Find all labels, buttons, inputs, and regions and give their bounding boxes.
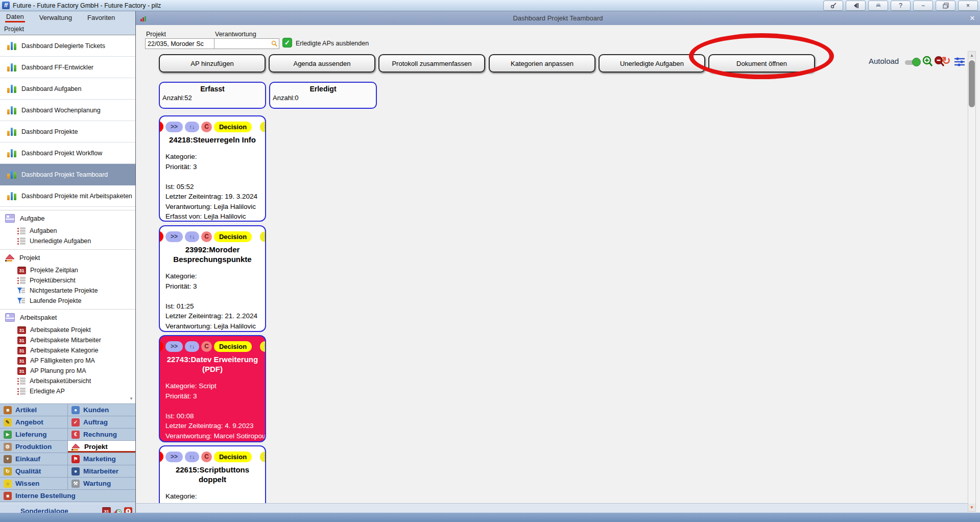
delete-pill[interactable]: x bbox=[159, 341, 163, 352]
equals-pill[interactable]: = bbox=[260, 122, 266, 132]
menu-daten[interactable]: Daten bbox=[5, 12, 25, 22]
sidebar-item-unerledigte-aufgaben[interactable]: Unerledigte Aufgaben bbox=[0, 236, 135, 246]
module-kunden[interactable]: ●Kunden bbox=[68, 404, 135, 416]
sidebar-item-arbeitspakete-projekt[interactable]: 31Arbeitspakete Projekt bbox=[0, 325, 135, 335]
module-wissen[interactable]: ☼Wissen bbox=[0, 478, 67, 489]
sidebar-item-ap-planung[interactable]: 31AP Planung pro MA bbox=[0, 366, 135, 376]
sidebar-item-dashboard-projekt-workflow[interactable]: Dashboard Projekt Workflow bbox=[0, 143, 135, 164]
c-pill[interactable]: C bbox=[201, 341, 212, 352]
module-auftrag[interactable]: ✓Auftrag bbox=[68, 416, 135, 428]
delete-pill[interactable]: x bbox=[159, 451, 163, 462]
sort-pill[interactable]: ↑↓ bbox=[185, 122, 199, 132]
back-icon[interactable] bbox=[846, 1, 866, 11]
close-icon[interactable]: × bbox=[958, 1, 978, 11]
module-wartung[interactable]: ⚒Wartung bbox=[68, 478, 135, 489]
search-icon[interactable] bbox=[271, 40, 278, 47]
sidebar-group-aufgabe[interactable]: Aufgabe bbox=[0, 210, 135, 226]
module-interne-bestellung[interactable]: ■Interne Bestellung bbox=[0, 490, 135, 502]
decision-pill[interactable]: Decision bbox=[214, 341, 252, 352]
equals-pill[interactable]: = bbox=[260, 231, 266, 242]
sidebar-item-projektuebersicht[interactable]: Projektübersicht bbox=[0, 275, 135, 286]
scrollbar-thumb[interactable] bbox=[969, 60, 975, 107]
sidebar-item-nichtgestartete-projekte[interactable]: Nichtgestartete Projekte bbox=[0, 286, 135, 296]
sidebar-item-arbeitspakete-kategorie[interactable]: 31Arbeitspakete Kategorie bbox=[0, 345, 135, 355]
projekt-input[interactable] bbox=[146, 40, 214, 48]
module-lieferung[interactable]: ▶Lieferung bbox=[0, 429, 67, 440]
decision-pill[interactable]: Decision bbox=[214, 452, 252, 462]
sidebar-item-ap-faelligkeiten[interactable]: 31AP Fälligkeiten pro MA bbox=[0, 355, 135, 366]
ap-hinzufuegen-button[interactable]: AP hinzufügen bbox=[159, 54, 266, 73]
sort-pill[interactable]: ↑↓ bbox=[185, 341, 199, 352]
forward-pill[interactable]: >> bbox=[165, 122, 183, 132]
tools-icon[interactable] bbox=[823, 1, 843, 11]
print-icon[interactable] bbox=[868, 1, 888, 11]
equals-pill[interactable]: = bbox=[260, 452, 266, 462]
sidebar-item-dashboard-projekt-teamboard[interactable]: Dashboard Projekt Teamboard bbox=[0, 164, 135, 185]
sidebar-item-dashboard-aufgaben[interactable]: Dashboard Aufgaben bbox=[0, 78, 135, 100]
sidebar-item-arbeitspaketuebersicht[interactable]: Arbeitspaketübersicht bbox=[0, 376, 135, 386]
hide-done-checkbox[interactable]: ✓ bbox=[282, 38, 292, 48]
verantwortung-input[interactable] bbox=[214, 40, 271, 48]
kategorien-anpassen-button[interactable]: Kategorien anpassen bbox=[489, 54, 595, 73]
agenda-aussenden-button[interactable]: Agenda aussenden bbox=[269, 54, 375, 73]
menu-verwaltung[interactable]: Verwaltung bbox=[38, 13, 73, 22]
sidebar-item-dashboard-projekte[interactable]: Dashboard Projekte bbox=[0, 121, 135, 143]
module-qualitaet[interactable]: ↻Qualität bbox=[0, 465, 67, 477]
sidebar-item-laufende-projekte[interactable]: Laufende Projekte bbox=[0, 296, 135, 306]
equals-pill[interactable]: = bbox=[260, 341, 266, 352]
vertical-scrollbar[interactable]: ▲ ▼ bbox=[968, 51, 976, 512]
delete-pill[interactable]: x bbox=[159, 231, 163, 242]
sort-pill[interactable]: ↑↓ bbox=[185, 231, 199, 242]
module-mitarbeiter[interactable]: ●Mitarbeiter bbox=[68, 465, 135, 477]
sidebar-item-dashboard-wochenplanung[interactable]: Dashboard Wochenplanung bbox=[0, 100, 135, 121]
sidebar-item-arbeitspakete-mitarbeiter[interactable]: 31Arbeitspakete Mitarbeiter bbox=[0, 335, 135, 345]
module-marketing[interactable]: ⚑Marketing bbox=[68, 453, 135, 465]
decision-pill[interactable]: Decision bbox=[214, 122, 252, 132]
autoload-toggle[interactable] bbox=[905, 60, 919, 65]
refresh-icon[interactable]: ↻ bbox=[942, 55, 951, 67]
restore-icon[interactable] bbox=[936, 1, 955, 11]
sidebar-scroll-down-icon[interactable]: ▼ bbox=[129, 396, 133, 401]
sidebar-item-dashboard-ff-entwickler[interactable]: Dashboard FF-Entwickler bbox=[0, 57, 135, 78]
protokoll-zusammenfassen-button[interactable]: Protokoll zusammenfassen bbox=[378, 54, 485, 73]
sort-pill[interactable]: ↑↓ bbox=[185, 452, 199, 462]
close-board-icon[interactable]: × bbox=[970, 14, 975, 22]
module-einkauf[interactable]: ▼Einkauf bbox=[0, 453, 67, 465]
module-rechnung[interactable]: €Rechnung bbox=[68, 429, 135, 440]
delete-pill[interactable]: x bbox=[159, 121, 163, 132]
flag-icon: ⚑ bbox=[71, 455, 80, 463]
sidebar-item-dashboard-projekte-arbeitspakete[interactable]: Dashboard Projekte mit Arbeitspaketen bbox=[0, 185, 135, 207]
c-pill[interactable]: C bbox=[201, 231, 212, 242]
task-card[interactable]: x >> ↑↓ C Decision = 23992:Moroder Bespr… bbox=[159, 225, 266, 332]
task-card[interactable]: x >> ↑↓ C Decision = 22615:Scriptbuttons… bbox=[159, 445, 266, 512]
zoom-in-icon[interactable] bbox=[922, 56, 934, 68]
menu-favoriten[interactable]: Favoriten bbox=[86, 13, 116, 22]
column-erledigt[interactable]: Erledigt Anzahl:0 bbox=[269, 82, 377, 109]
module-produktion[interactable]: ⚙Produktion bbox=[0, 441, 67, 453]
sidebar-group-projekt[interactable]: Projekt bbox=[0, 249, 135, 265]
horizontal-scrollbar[interactable] bbox=[136, 503, 968, 512]
scroll-up-icon[interactable]: ▲ bbox=[968, 52, 975, 59]
module-projekt[interactable]: Projekt bbox=[68, 441, 135, 453]
c-pill[interactable]: C bbox=[201, 122, 212, 132]
filter-sliders-icon[interactable] bbox=[954, 57, 965, 66]
task-card[interactable]: x >> ↑↓ C Decision = 24218:Steuerregeln … bbox=[159, 115, 266, 222]
task-card-highlighted[interactable]: x >> ↑↓ C Decision = 22743:Datev Erweite… bbox=[159, 335, 266, 442]
column-erfasst[interactable]: Erfasst Anzahl:52 bbox=[159, 82, 266, 109]
forward-pill[interactable]: >> bbox=[165, 452, 183, 462]
sidebar-item-projekte-zeitplan[interactable]: 31Projekte Zeitplan bbox=[0, 265, 135, 275]
sidebar-item-erledigte-ap[interactable]: Erledigte AP bbox=[0, 386, 135, 396]
module-angebot[interactable]: ✎Angebot bbox=[0, 416, 67, 428]
help-icon[interactable]: ? bbox=[891, 1, 911, 11]
sidebar-group-arbeitspaket[interactable]: Arbeitspaket bbox=[0, 309, 135, 325]
module-artikel[interactable]: ■Artikel bbox=[0, 404, 67, 416]
minimize-icon[interactable]: − bbox=[913, 1, 933, 11]
forward-pill[interactable]: >> bbox=[165, 231, 183, 242]
sidebar-item-aufgaben[interactable]: Aufgaben bbox=[0, 226, 135, 236]
decision-pill[interactable]: Decision bbox=[214, 231, 252, 242]
production-icon: ⚙ bbox=[4, 443, 12, 451]
forward-pill[interactable]: >> bbox=[165, 341, 183, 352]
c-pill[interactable]: C bbox=[201, 452, 212, 462]
scroll-down-icon[interactable]: ▼ bbox=[968, 504, 975, 511]
sidebar-item-dashboard-delegierte-tickets[interactable]: Dashboard Delegierte Tickets bbox=[0, 35, 135, 57]
